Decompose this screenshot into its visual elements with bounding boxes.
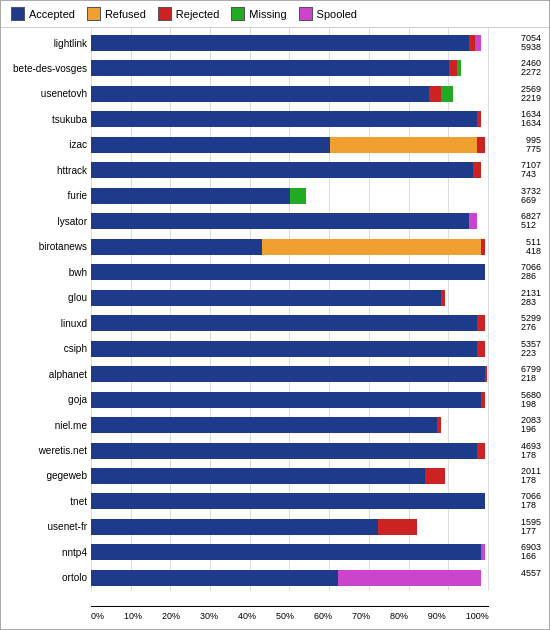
bar-value: 2131283 bbox=[521, 289, 541, 307]
bar-label: lightlink bbox=[5, 38, 87, 49]
bar-label: niel.me bbox=[5, 420, 87, 431]
legend-label-accepted: Accepted bbox=[29, 8, 75, 20]
segment-missing bbox=[441, 86, 453, 102]
bar-value: 7107743 bbox=[521, 161, 541, 179]
bar-value: 2083196 bbox=[521, 416, 541, 434]
bar-label: httrack bbox=[5, 165, 87, 176]
bar-track: 4557 bbox=[91, 570, 489, 586]
bar-track: 16341634 bbox=[91, 111, 489, 127]
bar-label: ortolo bbox=[5, 572, 87, 583]
bar-label: tnet bbox=[5, 496, 87, 507]
bar-row: weretis.net4693178 bbox=[91, 440, 489, 462]
segment-accepted bbox=[91, 239, 262, 255]
segment-accepted bbox=[91, 264, 485, 280]
segment-accepted bbox=[91, 392, 481, 408]
segment-accepted bbox=[91, 290, 441, 306]
legend-item-missing: Missing bbox=[231, 7, 286, 21]
bar-value: 3732669 bbox=[521, 187, 541, 205]
x-label: 0% bbox=[91, 611, 104, 621]
bar-value: 16341634 bbox=[521, 110, 541, 128]
bar-label: usenet-fr bbox=[5, 521, 87, 532]
bar-track: 2131283 bbox=[91, 290, 489, 306]
segment-accepted bbox=[91, 111, 477, 127]
bar-row: niel.me2083196 bbox=[91, 414, 489, 436]
segment-spooled bbox=[469, 213, 477, 229]
bar-row: bete-des-vosges24602272 bbox=[91, 57, 489, 79]
legend-color-refused bbox=[87, 7, 101, 21]
bar-label: birotanews bbox=[5, 241, 87, 252]
segment-accepted bbox=[91, 366, 485, 382]
bar-row: lightlink70545938 bbox=[91, 32, 489, 54]
segment-rejected bbox=[441, 290, 445, 306]
bar-row: izac995775 bbox=[91, 134, 489, 156]
bar-track: 25692219 bbox=[91, 86, 489, 102]
segment-missing bbox=[290, 188, 306, 204]
x-label: 70% bbox=[352, 611, 370, 621]
bar-track: 1595177 bbox=[91, 519, 489, 535]
bar-row: tnet7066178 bbox=[91, 490, 489, 512]
x-label: 80% bbox=[390, 611, 408, 621]
bar-value: 6799218 bbox=[521, 365, 541, 383]
bar-row: bwh7066286 bbox=[91, 261, 489, 283]
segment-rejected bbox=[477, 111, 481, 127]
bar-label: bwh bbox=[5, 267, 87, 278]
bar-value: 6827512 bbox=[521, 212, 541, 230]
bar-row: nntp46903166 bbox=[91, 541, 489, 563]
bar-label: tsukuba bbox=[5, 114, 87, 125]
segment-refused bbox=[262, 239, 481, 255]
bar-track: 5357223 bbox=[91, 341, 489, 357]
bars-wrapper: lightlink70545938bete-des-vosges24602272… bbox=[91, 32, 489, 589]
bar-row: goja5680198 bbox=[91, 389, 489, 411]
bar-row: glou2131283 bbox=[91, 287, 489, 309]
bar-label: weretis.net bbox=[5, 445, 87, 456]
segment-rejected bbox=[477, 443, 485, 459]
bar-row: usenet-fr1595177 bbox=[91, 516, 489, 538]
bar-value: 4557 bbox=[521, 569, 541, 578]
legend-item-accepted: Accepted bbox=[11, 7, 75, 21]
segment-accepted bbox=[91, 443, 477, 459]
segment-rejected bbox=[477, 341, 485, 357]
bar-row: gegeweb2011178 bbox=[91, 465, 489, 487]
segment-spooled bbox=[475, 35, 481, 51]
x-label: 20% bbox=[162, 611, 180, 621]
bar-row: csiph5357223 bbox=[91, 338, 489, 360]
legend: AcceptedRefusedRejectedMissingSpooled bbox=[1, 1, 549, 28]
segment-accepted bbox=[91, 493, 485, 509]
segment-rejected bbox=[425, 468, 445, 484]
bar-row: httrack7107743 bbox=[91, 159, 489, 181]
bar-row: alphanet6799218 bbox=[91, 363, 489, 385]
bar-row: furie3732669 bbox=[91, 185, 489, 207]
legend-item-spooled: Spooled bbox=[299, 7, 357, 21]
segment-rejected bbox=[437, 417, 441, 433]
bar-value: 1595177 bbox=[521, 518, 541, 536]
bar-label: bete-des-vosges bbox=[5, 63, 87, 74]
bar-row: ortolo4557 bbox=[91, 567, 489, 589]
bar-value: 25692219 bbox=[521, 85, 541, 103]
bar-track: 3732669 bbox=[91, 188, 489, 204]
x-label: 60% bbox=[314, 611, 332, 621]
segment-accepted bbox=[91, 544, 481, 560]
segment-accepted bbox=[91, 570, 338, 586]
legend-label-refused: Refused bbox=[105, 8, 146, 20]
chart-container: AcceptedRefusedRejectedMissingSpooled li… bbox=[0, 0, 550, 630]
bar-label: furie bbox=[5, 190, 87, 201]
segment-rejected bbox=[378, 519, 418, 535]
bar-value: 6903166 bbox=[521, 543, 541, 561]
bar-track: 7066178 bbox=[91, 493, 489, 509]
segment-accepted bbox=[91, 417, 437, 433]
bar-label: izac bbox=[5, 139, 87, 150]
bar-track: 24602272 bbox=[91, 60, 489, 76]
segment-refused bbox=[330, 137, 477, 153]
bar-value: 4693178 bbox=[521, 442, 541, 460]
segment-rejected bbox=[481, 392, 485, 408]
bar-track: 6903166 bbox=[91, 544, 489, 560]
bar-track: 7107743 bbox=[91, 162, 489, 178]
segment-missing bbox=[457, 60, 461, 76]
bar-label: csiph bbox=[5, 343, 87, 354]
segment-rejected bbox=[473, 162, 481, 178]
segment-accepted bbox=[91, 86, 429, 102]
x-labels: 0%10%20%30%40%50%60%70%80%90%100% bbox=[91, 611, 489, 621]
bar-track: 6799218 bbox=[91, 366, 489, 382]
legend-color-spooled bbox=[299, 7, 313, 21]
bar-value: 5680198 bbox=[521, 391, 541, 409]
